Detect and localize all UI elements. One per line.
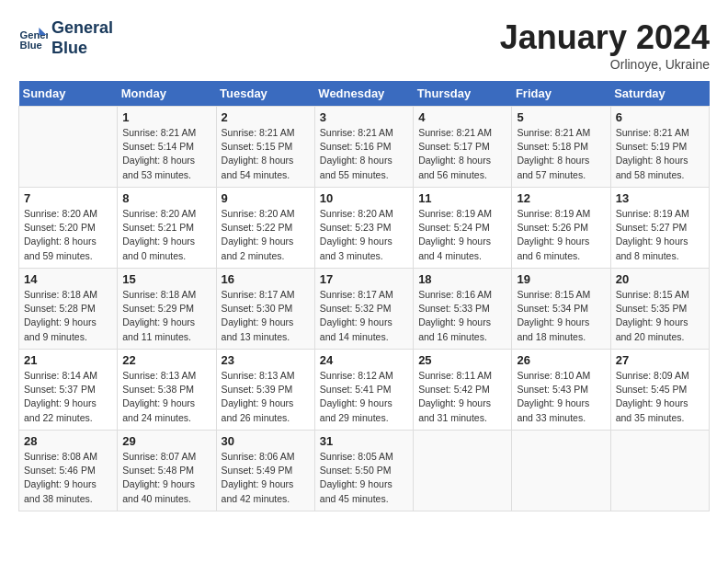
- day-info: Sunrise: 8:21 AMSunset: 5:16 PMDaylight:…: [320, 126, 408, 182]
- day-number: 21: [24, 353, 112, 367]
- day-number: 7: [24, 191, 112, 205]
- calendar-week-3: 14Sunrise: 8:18 AMSunset: 5:28 PMDayligh…: [19, 269, 710, 350]
- day-info: Sunrise: 8:13 AMSunset: 5:38 PMDaylight:…: [122, 369, 210, 425]
- calendar-cell: 1Sunrise: 8:21 AMSunset: 5:14 PMDaylight…: [118, 107, 216, 188]
- weekday-header-wednesday: Wednesday: [314, 81, 413, 107]
- month-title: January 2024: [500, 18, 710, 57]
- day-info: Sunrise: 8:20 AMSunset: 5:21 PMDaylight:…: [122, 207, 210, 263]
- day-number: 14: [24, 272, 112, 286]
- calendar-week-1: 1Sunrise: 8:21 AMSunset: 5:14 PMDaylight…: [19, 107, 710, 188]
- day-info: Sunrise: 8:11 AMSunset: 5:42 PMDaylight:…: [418, 369, 506, 425]
- calendar-cell: [414, 431, 512, 511]
- calendar-cell: 26Sunrise: 8:10 AMSunset: 5:43 PMDayligh…: [512, 350, 610, 431]
- calendar-body: 1Sunrise: 8:21 AMSunset: 5:14 PMDaylight…: [19, 107, 710, 511]
- day-info: Sunrise: 8:21 AMSunset: 5:17 PMDaylight:…: [418, 126, 506, 182]
- calendar-cell: 12Sunrise: 8:19 AMSunset: 5:26 PMDayligh…: [512, 188, 610, 269]
- day-number: 31: [320, 434, 408, 448]
- day-number: 13: [616, 191, 704, 205]
- weekday-header-sunday: Sunday: [19, 81, 118, 107]
- calendar-cell: 31Sunrise: 8:05 AMSunset: 5:50 PMDayligh…: [314, 431, 413, 511]
- day-number: 9: [222, 191, 310, 205]
- calendar-header-row: SundayMondayTuesdayWednesdayThursdayFrid…: [19, 81, 710, 107]
- weekday-header-monday: Monday: [118, 81, 216, 107]
- calendar-cell: 6Sunrise: 8:21 AMSunset: 5:19 PMDaylight…: [610, 107, 709, 188]
- calendar-cell: 7Sunrise: 8:20 AMSunset: 5:20 PMDaylight…: [19, 188, 118, 269]
- calendar-cell: 17Sunrise: 8:17 AMSunset: 5:32 PMDayligh…: [314, 269, 413, 350]
- calendar-cell: [610, 431, 709, 511]
- day-number: 27: [616, 353, 704, 367]
- day-number: 20: [616, 272, 704, 286]
- day-info: Sunrise: 8:20 AMSunset: 5:20 PMDaylight:…: [24, 207, 112, 263]
- weekday-header-friday: Friday: [512, 81, 610, 107]
- calendar-week-5: 28Sunrise: 8:08 AMSunset: 5:46 PMDayligh…: [19, 431, 710, 511]
- day-number: 1: [122, 110, 210, 124]
- day-info: Sunrise: 8:07 AMSunset: 5:48 PMDaylight:…: [122, 450, 210, 506]
- weekday-header-saturday: Saturday: [610, 81, 709, 107]
- day-number: 10: [320, 191, 408, 205]
- svg-text:Blue: Blue: [20, 40, 42, 51]
- weekday-header-tuesday: Tuesday: [216, 81, 314, 107]
- day-number: 17: [320, 272, 408, 286]
- day-number: 29: [122, 434, 210, 448]
- calendar-cell: 20Sunrise: 8:15 AMSunset: 5:35 PMDayligh…: [610, 269, 709, 350]
- day-number: 4: [418, 110, 506, 124]
- calendar-cell: 11Sunrise: 8:19 AMSunset: 5:24 PMDayligh…: [414, 188, 512, 269]
- calendar-cell: 29Sunrise: 8:07 AMSunset: 5:48 PMDayligh…: [118, 431, 216, 511]
- day-number: 19: [517, 272, 605, 286]
- calendar-cell: 14Sunrise: 8:18 AMSunset: 5:28 PMDayligh…: [19, 269, 118, 350]
- day-number: 30: [222, 434, 310, 448]
- calendar-cell: 8Sunrise: 8:20 AMSunset: 5:21 PMDaylight…: [118, 188, 216, 269]
- page-header: General Blue General Blue January 2024 O…: [18, 18, 710, 72]
- calendar-cell: 9Sunrise: 8:20 AMSunset: 5:22 PMDaylight…: [216, 188, 314, 269]
- calendar-cell: 3Sunrise: 8:21 AMSunset: 5:16 PMDaylight…: [314, 107, 413, 188]
- day-info: Sunrise: 8:15 AMSunset: 5:34 PMDaylight:…: [517, 288, 605, 344]
- day-number: 8: [122, 191, 210, 205]
- day-info: Sunrise: 8:21 AMSunset: 5:19 PMDaylight:…: [616, 126, 704, 182]
- logo-icon: General Blue: [18, 24, 48, 53]
- day-info: Sunrise: 8:16 AMSunset: 5:33 PMDaylight:…: [418, 288, 506, 344]
- calendar-cell: 25Sunrise: 8:11 AMSunset: 5:42 PMDayligh…: [414, 350, 512, 431]
- day-info: Sunrise: 8:17 AMSunset: 5:30 PMDaylight:…: [222, 288, 310, 344]
- day-number: 28: [24, 434, 112, 448]
- title-block: January 2024 Orlinoye, Ukraine: [500, 18, 710, 72]
- day-info: Sunrise: 8:19 AMSunset: 5:27 PMDaylight:…: [616, 207, 704, 263]
- calendar-cell: 22Sunrise: 8:13 AMSunset: 5:38 PMDayligh…: [118, 350, 216, 431]
- day-number: 18: [418, 272, 506, 286]
- calendar-cell: 30Sunrise: 8:06 AMSunset: 5:49 PMDayligh…: [216, 431, 314, 511]
- day-number: 11: [418, 191, 506, 205]
- day-number: 15: [122, 272, 210, 286]
- day-number: 12: [517, 191, 605, 205]
- calendar-cell: 28Sunrise: 8:08 AMSunset: 5:46 PMDayligh…: [19, 431, 118, 511]
- day-info: Sunrise: 8:12 AMSunset: 5:41 PMDaylight:…: [320, 369, 408, 425]
- calendar-cell: [512, 431, 610, 511]
- day-number: 24: [320, 353, 408, 367]
- day-info: Sunrise: 8:20 AMSunset: 5:23 PMDaylight:…: [320, 207, 408, 263]
- day-info: Sunrise: 8:19 AMSunset: 5:24 PMDaylight:…: [418, 207, 506, 263]
- day-number: 5: [517, 110, 605, 124]
- calendar-cell: 4Sunrise: 8:21 AMSunset: 5:17 PMDaylight…: [414, 107, 512, 188]
- calendar-cell: 10Sunrise: 8:20 AMSunset: 5:23 PMDayligh…: [314, 188, 413, 269]
- calendar-cell: 16Sunrise: 8:17 AMSunset: 5:30 PMDayligh…: [216, 269, 314, 350]
- calendar-cell: 21Sunrise: 8:14 AMSunset: 5:37 PMDayligh…: [19, 350, 118, 431]
- day-info: Sunrise: 8:05 AMSunset: 5:50 PMDaylight:…: [320, 450, 408, 506]
- day-number: 22: [122, 353, 210, 367]
- day-info: Sunrise: 8:15 AMSunset: 5:35 PMDaylight:…: [616, 288, 704, 344]
- day-info: Sunrise: 8:06 AMSunset: 5:49 PMDaylight:…: [222, 450, 310, 506]
- calendar-cell: 19Sunrise: 8:15 AMSunset: 5:34 PMDayligh…: [512, 269, 610, 350]
- day-info: Sunrise: 8:08 AMSunset: 5:46 PMDaylight:…: [24, 450, 112, 506]
- day-number: 3: [320, 110, 408, 124]
- calendar-cell: 27Sunrise: 8:09 AMSunset: 5:45 PMDayligh…: [610, 350, 709, 431]
- calendar-cell: 13Sunrise: 8:19 AMSunset: 5:27 PMDayligh…: [610, 188, 709, 269]
- calendar-table: SundayMondayTuesdayWednesdayThursdayFrid…: [18, 81, 710, 511]
- day-info: Sunrise: 8:21 AMSunset: 5:15 PMDaylight:…: [222, 126, 310, 182]
- calendar-week-4: 21Sunrise: 8:14 AMSunset: 5:37 PMDayligh…: [19, 350, 710, 431]
- day-info: Sunrise: 8:19 AMSunset: 5:26 PMDaylight:…: [517, 207, 605, 263]
- weekday-header-thursday: Thursday: [414, 81, 512, 107]
- day-number: 16: [222, 272, 310, 286]
- day-info: Sunrise: 8:13 AMSunset: 5:39 PMDaylight:…: [222, 369, 310, 425]
- day-number: 2: [222, 110, 310, 124]
- day-info: Sunrise: 8:09 AMSunset: 5:45 PMDaylight:…: [616, 369, 704, 425]
- day-info: Sunrise: 8:21 AMSunset: 5:18 PMDaylight:…: [517, 126, 605, 182]
- calendar-cell: 2Sunrise: 8:21 AMSunset: 5:15 PMDaylight…: [216, 107, 314, 188]
- day-number: 6: [616, 110, 704, 124]
